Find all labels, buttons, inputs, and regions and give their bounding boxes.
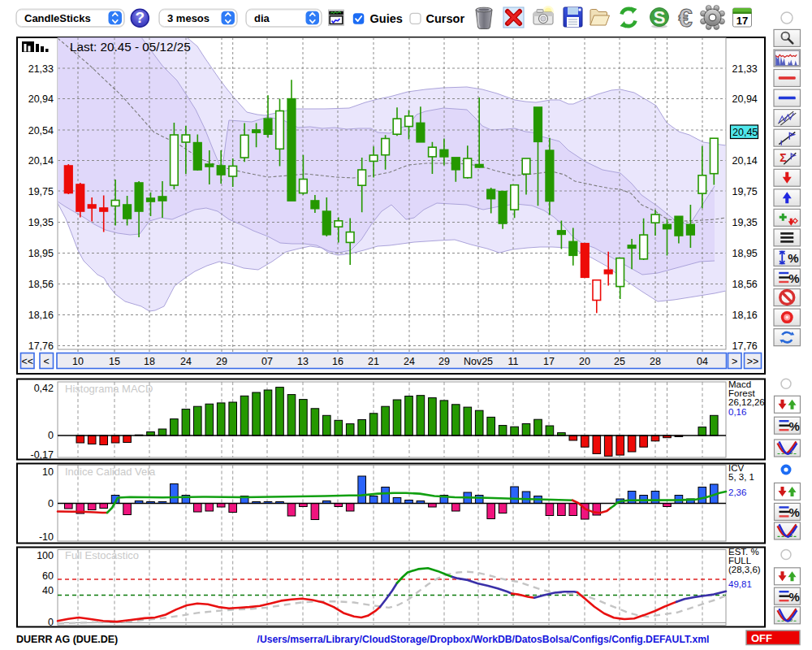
svg-text:13: 13 bbox=[297, 356, 309, 367]
svg-text:20,54: 20,54 bbox=[28, 125, 54, 136]
svg-text:20,94: 20,94 bbox=[732, 93, 758, 105]
svg-text:Full Estocastico: Full Estocastico bbox=[65, 549, 139, 561]
svg-text:24: 24 bbox=[404, 356, 415, 367]
svg-text:20,94: 20,94 bbox=[28, 93, 54, 105]
svg-text:18,95: 18,95 bbox=[28, 248, 54, 259]
svg-text:<: < bbox=[44, 356, 50, 367]
svg-text:18,56: 18,56 bbox=[28, 279, 54, 290]
svg-text:17: 17 bbox=[736, 15, 748, 27]
svg-text:€: € bbox=[678, 4, 692, 32]
svg-text:CandleSticks: CandleSticks bbox=[24, 12, 91, 24]
svg-text:18: 18 bbox=[144, 356, 155, 367]
svg-text:17,76: 17,76 bbox=[28, 340, 54, 352]
svg-text:26,12,26: 26,12,26 bbox=[728, 397, 765, 407]
svg-text:S: S bbox=[654, 7, 666, 28]
svg-text:15: 15 bbox=[109, 356, 120, 367]
svg-text:2,36: 2,36 bbox=[728, 488, 746, 497]
svg-text:-0,17: -0,17 bbox=[31, 449, 54, 461]
svg-text:04: 04 bbox=[697, 356, 708, 367]
svg-text:21,33: 21,33 bbox=[732, 63, 758, 75]
svg-text:dia: dia bbox=[254, 12, 270, 24]
svg-text:28: 28 bbox=[650, 356, 661, 367]
svg-text:>: > bbox=[732, 356, 737, 367]
svg-text:49,81: 49,81 bbox=[728, 579, 752, 589]
svg-text:3 mesos: 3 mesos bbox=[167, 12, 209, 24]
svg-text:%: % bbox=[789, 590, 800, 604]
svg-text:11: 11 bbox=[508, 356, 519, 367]
svg-text:Nov25: Nov25 bbox=[464, 356, 493, 367]
svg-text:0,16: 0,16 bbox=[728, 407, 746, 417]
svg-text:(28,3,6): (28,3,6) bbox=[728, 565, 761, 574]
svg-text:%: % bbox=[788, 271, 799, 285]
svg-text:%: % bbox=[789, 505, 800, 519]
svg-text:%: % bbox=[788, 251, 798, 265]
svg-text:0: 0 bbox=[48, 498, 54, 509]
svg-text:18,56: 18,56 bbox=[732, 279, 758, 290]
svg-text:0: 0 bbox=[48, 617, 54, 628]
svg-text:20,14: 20,14 bbox=[732, 155, 758, 167]
svg-text:60: 60 bbox=[42, 570, 54, 582]
svg-text:29: 29 bbox=[438, 356, 450, 367]
svg-text:18,16: 18,16 bbox=[732, 310, 758, 321]
svg-text:17,76: 17,76 bbox=[732, 340, 758, 352]
svg-text:19,35: 19,35 bbox=[28, 217, 54, 228]
svg-text:>>: >> bbox=[747, 356, 759, 367]
svg-text:/Users/mserra/Library/CloudSto: /Users/mserra/Library/CloudStorage/Dropb… bbox=[257, 634, 710, 645]
svg-text:18,16: 18,16 bbox=[28, 310, 54, 321]
svg-text:20,45: 20,45 bbox=[732, 127, 758, 138]
svg-text:20,14: 20,14 bbox=[28, 155, 54, 167]
svg-text:?: ? bbox=[135, 9, 145, 26]
svg-text:%: % bbox=[789, 419, 800, 433]
svg-text:Last: 20.45 - 05/12/25: Last: 20.45 - 05/12/25 bbox=[70, 40, 191, 54]
svg-text:OFF: OFF bbox=[751, 632, 772, 644]
svg-text:24: 24 bbox=[180, 356, 192, 367]
svg-text:19,35: 19,35 bbox=[732, 217, 758, 228]
svg-text:18,95: 18,95 bbox=[732, 248, 758, 259]
svg-text:Histograma MACD: Histograma MACD bbox=[65, 383, 153, 395]
svg-text:<<: << bbox=[21, 356, 33, 367]
svg-text:0,42: 0,42 bbox=[34, 383, 54, 394]
svg-text:19,75: 19,75 bbox=[732, 186, 758, 197]
svg-text:21: 21 bbox=[368, 356, 379, 367]
svg-text:DUERR AG (DUE.DE): DUERR AG (DUE.DE) bbox=[16, 634, 118, 645]
svg-text:10: 10 bbox=[72, 356, 84, 367]
svg-text:Cursor: Cursor bbox=[426, 12, 465, 25]
svg-text:100: 100 bbox=[37, 550, 54, 561]
svg-text:Guies: Guies bbox=[370, 12, 403, 25]
svg-text:25: 25 bbox=[614, 356, 625, 367]
svg-text:21,33: 21,33 bbox=[28, 63, 54, 75]
svg-text:Indice Calidad Vela: Indice Calidad Vela bbox=[65, 466, 156, 478]
svg-text:-10: -10 bbox=[39, 531, 54, 543]
svg-text:07: 07 bbox=[261, 356, 273, 367]
svg-text:10: 10 bbox=[42, 466, 54, 478]
svg-text:20: 20 bbox=[579, 356, 590, 367]
svg-text:16: 16 bbox=[332, 356, 343, 367]
svg-text:5, 3, 1: 5, 3, 1 bbox=[728, 472, 754, 482]
svg-text:19,75: 19,75 bbox=[28, 186, 54, 197]
svg-text:0: 0 bbox=[48, 430, 54, 441]
svg-text:40: 40 bbox=[42, 585, 54, 596]
svg-text:29: 29 bbox=[216, 356, 227, 367]
svg-text:17: 17 bbox=[543, 356, 555, 367]
